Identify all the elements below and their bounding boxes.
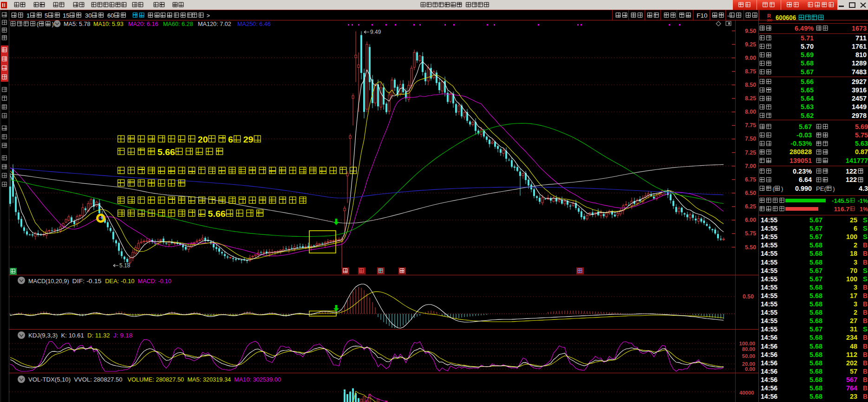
- svg-text:MA20: 6.16: MA20: 6.16: [128, 20, 158, 27]
- svg-text:F10: F10: [697, 12, 707, 19]
- svg-text:17: 17: [850, 292, 857, 299]
- svg-text:1761: 1761: [852, 43, 867, 50]
- svg-text:S: S: [863, 225, 868, 232]
- svg-text:5.67: 5.67: [801, 68, 814, 76]
- svg-text:8.50: 8.50: [745, 82, 756, 88]
- svg-text:18: 18: [850, 250, 857, 257]
- svg-text:B: B: [863, 343, 868, 350]
- svg-text:280828: 280828: [790, 148, 812, 156]
- svg-text:14:55: 14:55: [761, 317, 777, 324]
- svg-text:14:55: 14:55: [761, 292, 777, 299]
- svg-text:7.75: 7.75: [745, 122, 756, 129]
- svg-text:29: 29: [243, 135, 254, 144]
- svg-text:5.67: 5.67: [809, 216, 822, 224]
- svg-text:5.69: 5.69: [855, 123, 868, 130]
- svg-text:MA120: 7.02: MA120: 7.02: [198, 20, 231, 27]
- svg-text:B: B: [863, 309, 868, 316]
- svg-text:14:55: 14:55: [761, 216, 777, 224]
- svg-text:B: B: [863, 250, 868, 257]
- svg-text:50.00: 50.00: [742, 353, 755, 359]
- svg-text:31: 31: [850, 325, 857, 333]
- svg-text:D: 11.32: D: 11.32: [87, 332, 113, 339]
- svg-text:14:56: 14:56: [761, 351, 777, 358]
- svg-text:567: 567: [846, 376, 857, 383]
- svg-text:5.68: 5.68: [809, 241, 822, 249]
- svg-text:B: B: [863, 284, 868, 291]
- svg-text:MA250: 6.46: MA250: 6.46: [237, 20, 271, 27]
- svg-text:6.00: 6.00: [745, 217, 756, 223]
- svg-text:30: 30: [85, 12, 92, 19]
- svg-text:5.67: 5.67: [809, 325, 822, 333]
- svg-text:23: 23: [850, 393, 857, 400]
- svg-text:20: 20: [198, 135, 208, 144]
- svg-text:5.65: 5.65: [801, 86, 814, 94]
- svg-text:5.18: 5.18: [119, 262, 131, 269]
- svg-text:): ): [833, 185, 835, 192]
- svg-text:5.63: 5.63: [801, 103, 814, 110]
- svg-text:5.68: 5.68: [809, 359, 822, 367]
- svg-text:5.68: 5.68: [809, 384, 822, 392]
- svg-text:5.70: 5.70: [801, 43, 814, 50]
- svg-text:-0.53%: -0.53%: [790, 140, 812, 147]
- svg-text:3: 3: [854, 300, 857, 308]
- svg-text:B: B: [863, 351, 868, 358]
- svg-text:B: B: [863, 368, 868, 375]
- svg-text:-: -: [727, 12, 729, 19]
- svg-text:9.50: 9.50: [745, 28, 756, 34]
- svg-text:2457: 2457: [852, 95, 867, 102]
- svg-text:14:56: 14:56: [761, 384, 777, 392]
- svg-text:5.69: 5.69: [801, 51, 814, 58]
- svg-text:4.3: 4.3: [859, 185, 868, 192]
- svg-text:B: B: [863, 300, 868, 308]
- svg-text:1449: 1449: [852, 103, 867, 110]
- svg-text:DIF: -0.15: DIF: -0.15: [72, 278, 105, 285]
- svg-text:7.50: 7.50: [745, 136, 756, 142]
- svg-text:7483: 7483: [852, 68, 867, 76]
- svg-text:141777: 141777: [846, 157, 868, 164]
- svg-text:6.25: 6.25: [745, 203, 756, 210]
- svg-text:B: B: [863, 317, 868, 324]
- svg-text:6: 6: [854, 225, 857, 232]
- svg-text:0.990: 0.990: [795, 185, 812, 192]
- svg-text:5.68: 5.68: [809, 284, 822, 291]
- svg-text:>: >: [205, 12, 210, 19]
- svg-text:S: S: [863, 233, 868, 240]
- svg-text:5.68: 5.68: [809, 351, 822, 358]
- svg-text:5.68: 5.68: [809, 334, 822, 341]
- svg-text:14:55: 14:55: [761, 309, 777, 316]
- svg-text:B: B: [863, 359, 868, 367]
- svg-text:6.50: 6.50: [745, 190, 756, 196]
- svg-text:5.67: 5.67: [799, 123, 812, 130]
- svg-text:6.64: 6.64: [799, 176, 812, 183]
- svg-text:J: 9.18: J: 9.18: [113, 332, 132, 339]
- svg-text:5.75: 5.75: [855, 131, 868, 139]
- svg-text:122: 122: [846, 168, 857, 175]
- svg-text:5.68: 5.68: [809, 292, 822, 299]
- svg-text:14:55: 14:55: [761, 250, 777, 257]
- svg-text:14:56: 14:56: [761, 393, 777, 400]
- svg-text:8.75: 8.75: [745, 68, 756, 75]
- svg-text:DEA: -0.10: DEA: -0.10: [105, 278, 138, 285]
- svg-text:5.71: 5.71: [801, 34, 814, 42]
- svg-text:5.75: 5.75: [745, 230, 756, 237]
- svg-text:(: (: [772, 185, 775, 192]
- svg-text:7.25: 7.25: [745, 149, 756, 156]
- svg-text:1289: 1289: [852, 59, 867, 67]
- svg-text:100.00: 100.00: [739, 341, 755, 346]
- svg-text:MACD(10,20,9): MACD(10,20,9): [28, 278, 72, 285]
- svg-text:): ): [52, 20, 54, 27]
- svg-text:PE(: PE(: [816, 185, 827, 192]
- svg-text:5.68: 5.68: [809, 368, 822, 375]
- svg-text:5.66: 5.66: [208, 209, 226, 219]
- svg-text:3916: 3916: [852, 86, 867, 94]
- svg-text:1: 1: [26, 12, 30, 19]
- svg-text:-1%: -1%: [858, 198, 868, 204]
- svg-text:5.68: 5.68: [801, 59, 814, 67]
- svg-text:(: (: [37, 20, 39, 27]
- svg-text:5.68: 5.68: [809, 250, 822, 257]
- svg-text:MACD: -0.10: MACD: -0.10: [138, 278, 171, 285]
- svg-text:0.00: 0.00: [745, 366, 755, 372]
- svg-text:5.63: 5.63: [855, 140, 868, 147]
- svg-text:100: 100: [846, 275, 857, 283]
- svg-text:810: 810: [855, 51, 867, 58]
